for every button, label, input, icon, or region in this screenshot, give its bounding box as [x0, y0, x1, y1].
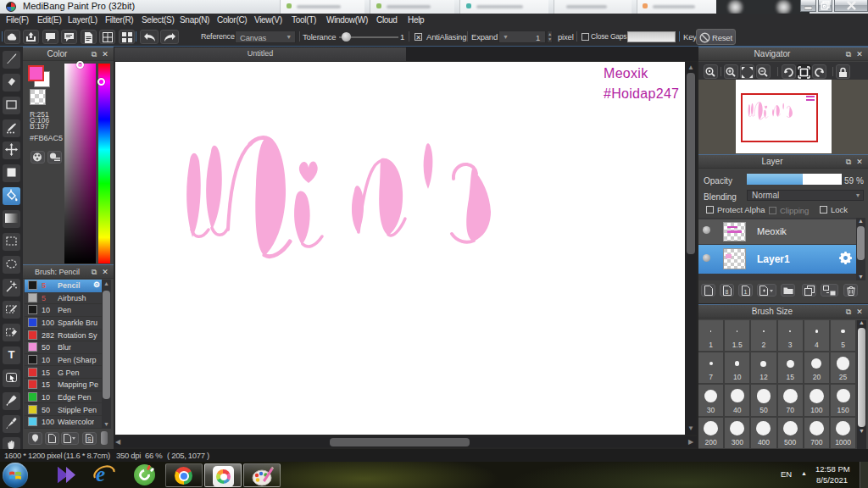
svg-text:8: 8: [725, 289, 728, 295]
svg-text:1: 1: [743, 289, 747, 295]
svg-text:S: S: [87, 436, 92, 442]
